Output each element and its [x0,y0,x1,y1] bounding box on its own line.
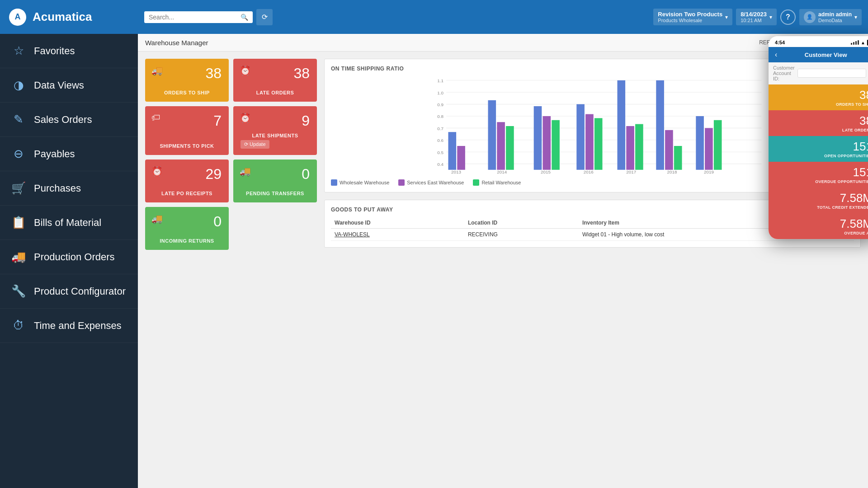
sidebar-item-label: Bills of Material [34,217,101,229]
mobile-kpi-label: TOTAL CREDIT EXTENDED [817,205,868,210]
legend-color-wholesale [331,179,337,186]
col-location-id: Location ID [464,217,579,229]
mobile-screen-title: Customer View [781,52,868,58]
svg-rect-19 [497,122,505,170]
wifi-icon: ▲ [861,40,865,45]
kpi-row-3: ⏰ 29 LATE PO RECEIPTS 🚚 0 PENDING TRANSF… [145,160,317,202]
kpi-incoming-returns[interactable]: 🚚 0 INCOMING RETURNS [145,207,229,250]
sidebar-item-data-views[interactable]: ◑ Data Views [0,68,138,103]
mobile-kpi-inner: 7.58M OVERDUE AR [840,217,868,235]
mobile-kpi-label: LATE ORDERS [842,128,868,132]
clock-icon: ⏰ [240,113,251,123]
sidebar-item-label: Favorites [34,45,75,57]
update-button[interactable]: ⟳ Update [241,140,269,149]
mobile-kpi-inner: 38 LATE ORDERS [842,114,868,132]
kpi-pending-transfers[interactable]: 🚚 0 PENDING TRANSFERS [233,160,317,202]
sidebar-item-production-orders[interactable]: 🚚 Production Orders [0,240,138,274]
mobile-search-input[interactable] [797,69,866,78]
user-info: admin admin DemoData [818,11,852,23]
kpi-late-orders[interactable]: ⏰ 38 LATE ORDERS [233,59,317,102]
sidebar-item-favorites[interactable]: ☆ Favorites [0,34,138,68]
app-name: Acumatica [33,10,92,24]
mobile-kpi-late-orders[interactable]: 38 LATE ORDERS [769,110,868,136]
svg-rect-30 [656,80,664,170]
kpi-shipments-to-pick[interactable]: 🏷 7 SHIPMENTS TO PICK [145,106,229,155]
sidebar-item-bills-of-material[interactable]: 📋 Bills of Material [0,206,138,240]
wrench-icon: 🔧 [11,284,26,298]
sidebar-item-product-config[interactable]: 🔧 Product Configurator [0,274,138,309]
sidebar-item-label: Data Views [34,80,84,91]
kpi-label: LATE SHIPMENTS [241,133,310,138]
back-button[interactable]: ‹ [775,51,777,59]
svg-rect-17 [457,146,465,170]
svg-rect-20 [506,126,514,170]
kpi-label: SHIPMENTS TO PICK [152,143,222,149]
history-button[interactable]: ⟳ [256,9,273,25]
kpi-label: INCOMING RETURNS [152,238,222,244]
topbar: 🔍 ⟳ Revision Two Products Products Whole… [138,0,868,34]
mobile-kpi-number: 38 [836,88,868,102]
sidebar-item-payables[interactable]: ⊖ Payables [0,137,138,171]
svg-rect-26 [594,118,603,169]
kpi-label: LATE PO RECEIPTS [152,191,222,196]
svg-rect-31 [665,130,673,170]
mobile-kpi-orders-to-ship[interactable]: 38 ORDERS TO SHIP [769,84,868,110]
sidebar-item-purchases[interactable]: 🛒 Purchases [0,171,138,206]
logo-icon: A [9,9,26,26]
kpi-late-po-receipts[interactable]: ⏰ 29 LATE PO RECEIPTS [145,160,229,202]
mobile-kpi-overdue-ar[interactable]: 7.58M OVERDUE AR [769,213,868,239]
sidebar-item-sales-orders[interactable]: ✎ Sales Orders [0,103,138,137]
clock-icon: ⏱ [11,319,26,333]
dashboard-title: Warehouse Manager [145,39,208,47]
list-icon: 📋 [11,216,26,230]
svg-rect-35 [714,120,722,170]
svg-text:2017: 2017 [626,169,636,174]
warehouse-id-cell[interactable]: VA-WHOLESL [331,229,464,241]
user-company: DemoData [818,18,852,23]
svg-text:2018: 2018 [667,169,678,174]
svg-rect-18 [488,100,496,170]
svg-rect-32 [674,146,682,170]
legend-retail: Retail Warehouse [473,179,521,186]
search-box[interactable]: 🔍 [144,11,253,23]
mobile-kpi-label: OPEN OPPORTUNITIES [824,154,868,158]
user-menu[interactable]: 👤 admin admin DemoData ▾ [799,9,862,25]
svg-rect-16 [448,132,457,170]
svg-text:1.0: 1.0 [437,90,443,95]
date-selector[interactable]: 8/14/2023 10:21 AM ▾ [736,9,777,25]
chevron-down-icon: ▾ [854,14,857,20]
svg-text:0.7: 0.7 [437,126,443,131]
svg-text:0.8: 0.8 [437,114,443,119]
svg-text:1.1: 1.1 [437,78,443,83]
col-warehouse-id: Warehouse ID [331,217,464,229]
mobile-kpi-overdue-opportunities[interactable]: 151 OVERDUE OPPORTUNITIES [769,162,868,188]
svg-text:2014: 2014 [497,169,507,174]
chevron-down-icon: ▾ [725,14,728,20]
location-id-cell: RECEIVING [464,229,579,241]
mobile-kpi-number: 7.58M [817,191,868,205]
svg-rect-24 [576,104,585,170]
user-name: admin admin [818,11,852,18]
kpi-orders-to-ship[interactable]: 🚚 38 ORDERS TO SHIP [145,59,229,102]
kpi-late-shipments[interactable]: ⏰ 9 LATE SHIPMENTS ⟳ Update [233,106,317,155]
chevron-down-icon: ▾ [769,14,772,20]
sidebar-item-label: Payables [34,148,75,160]
help-button[interactable]: ? [780,9,796,25]
mobile-kpi-inner: 7.58M TOTAL CREDIT EXTENDED [817,191,868,210]
svg-text:0.4: 0.4 [437,162,443,167]
mobile-status-bar: 4:54 ▲ ▊ [769,36,868,47]
kpi-label: ORDERS TO SHIP [152,90,222,95]
sidebar-item-time-expenses[interactable]: ⏱ Time and Expenses [0,309,138,343]
svg-text:0.9: 0.9 [437,102,443,107]
workspace-selector[interactable]: Revision Two Products Products Wholesale… [653,9,732,25]
mobile-search-label: Customer Account ID: [773,65,795,81]
mobile-kpi-open-opportunities[interactable]: 151 OPEN OPPORTUNITIES [769,136,868,162]
mobile-kpi-number: 7.58M [840,217,868,231]
svg-text:2013: 2013 [451,169,462,174]
kpi-column: 🚚 38 ORDERS TO SHIP ⏰ 38 LATE ORDERS 🏷 7… [145,59,317,478]
mobile-kpi-credit-extended[interactable]: 7.58M TOTAL CREDIT EXTENDED [769,188,868,213]
svg-rect-27 [618,80,626,170]
svg-text:0.5: 0.5 [437,150,443,155]
search-input[interactable] [149,14,238,21]
kpi-number: 7 [152,113,222,129]
